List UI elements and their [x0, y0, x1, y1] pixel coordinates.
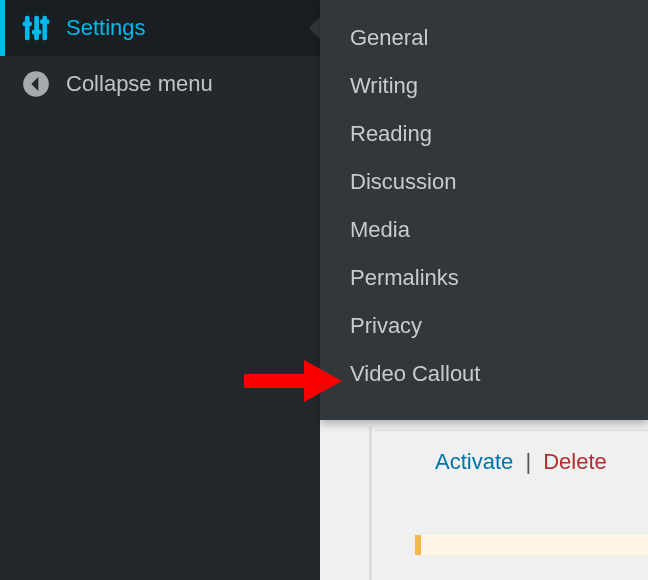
svg-rect-5	[41, 20, 49, 23]
submenu-item-privacy[interactable]: Privacy	[320, 302, 648, 350]
submenu-item-general[interactable]: General	[320, 14, 648, 62]
sidebar-item-label: Settings	[66, 15, 146, 41]
plugin-actions: Activate | Delete	[375, 449, 648, 475]
action-separator: |	[519, 449, 537, 474]
svg-rect-0	[26, 16, 30, 39]
collapse-icon	[22, 70, 50, 98]
submenu-item-discussion[interactable]: Discussion	[320, 158, 648, 206]
sidebar-item-settings[interactable]: Settings	[0, 0, 320, 56]
settings-submenu: General Writing Reading Discussion Media…	[320, 0, 648, 420]
plugin-row-fragment: Activate | Delete	[375, 430, 648, 475]
sidebar-item-label: Collapse menu	[66, 71, 213, 97]
submenu-item-writing[interactable]: Writing	[320, 62, 648, 110]
update-notice-strip	[415, 535, 648, 555]
submenu-item-reading[interactable]: Reading	[320, 110, 648, 158]
svg-rect-1	[35, 16, 39, 39]
svg-rect-4	[33, 30, 41, 34]
submenu-item-media[interactable]: Media	[320, 206, 648, 254]
svg-rect-3	[23, 22, 31, 26]
delete-link[interactable]: Delete	[543, 449, 607, 474]
submenu-item-video-callout[interactable]: Video Callout	[320, 350, 648, 398]
admin-sidebar: Settings Collapse menu	[0, 0, 320, 580]
activate-link[interactable]: Activate	[435, 449, 513, 474]
sidebar-item-collapse[interactable]: Collapse menu	[0, 56, 320, 112]
sliders-icon	[22, 14, 50, 42]
content-gutter	[320, 426, 372, 580]
submenu-item-permalinks[interactable]: Permalinks	[320, 254, 648, 302]
divider	[375, 430, 648, 431]
